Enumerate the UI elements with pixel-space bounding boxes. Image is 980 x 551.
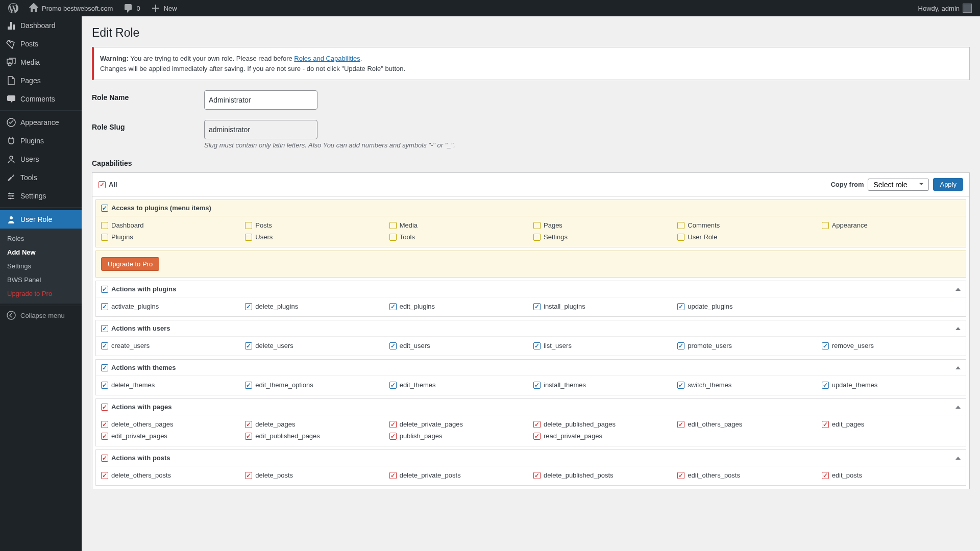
- capability-label: edit_others_pages: [688, 420, 742, 428]
- submenu-item-bws-panel[interactable]: BWS Panel: [0, 273, 82, 287]
- section-actions-with-themes: Actions with themesdelete_themesedit_the…: [95, 359, 966, 395]
- section-checkbox[interactable]: [101, 364, 108, 371]
- role-name-input[interactable]: [204, 90, 317, 110]
- capability-checkbox[interactable]: [533, 342, 541, 349]
- capability-checkbox[interactable]: [533, 472, 541, 479]
- sidebar-item-appearance[interactable]: Appearance: [0, 113, 82, 132]
- capability-checkbox[interactable]: [533, 433, 541, 440]
- new-link[interactable]: New: [146, 0, 181, 16]
- capability-checkbox[interactable]: [245, 433, 252, 440]
- capability-checkbox[interactable]: [533, 421, 541, 428]
- capability-checkbox[interactable]: [677, 234, 684, 241]
- section-checkbox[interactable]: [101, 286, 108, 293]
- upgrade-button[interactable]: Upgrade to Pro: [101, 257, 159, 271]
- capability-checkbox[interactable]: [389, 342, 397, 349]
- capability-checkbox[interactable]: [677, 382, 684, 389]
- capability-checkbox[interactable]: [533, 222, 541, 229]
- capability-item: Media: [389, 220, 528, 230]
- capability-checkbox[interactable]: [822, 472, 829, 479]
- capability-checkbox[interactable]: [389, 421, 397, 428]
- section-head[interactable]: Actions with themes: [96, 360, 966, 376]
- collapse-icon[interactable]: [955, 406, 961, 409]
- capability-checkbox[interactable]: [389, 222, 397, 229]
- submenu-item-settings[interactable]: Settings: [0, 259, 82, 273]
- comment-icon: [123, 3, 133, 13]
- capability-checkbox[interactable]: [101, 234, 108, 241]
- capability-checkbox[interactable]: [245, 303, 252, 310]
- capability-checkbox[interactable]: [822, 222, 829, 229]
- sidebar-item-users[interactable]: Users: [0, 150, 82, 168]
- sidebar-item-comments[interactable]: Comments: [0, 90, 82, 108]
- submenu-item-upgrade-to-pro[interactable]: Upgrade to Pro: [0, 287, 82, 300]
- capability-checkbox[interactable]: [389, 303, 397, 310]
- capability-checkbox[interactable]: [677, 222, 684, 229]
- section-head[interactable]: Actions with pages: [96, 399, 966, 415]
- section-checkbox[interactable]: [101, 404, 108, 411]
- role-name-label: Role Name: [92, 90, 204, 110]
- capability-checkbox[interactable]: [389, 472, 397, 479]
- capability-checkbox[interactable]: [822, 382, 829, 389]
- sidebar-item-posts[interactable]: Posts: [0, 35, 82, 53]
- wp-logo[interactable]: [4, 0, 22, 16]
- sidebar-item-settings[interactable]: Settings: [0, 187, 82, 205]
- sidebar-item-pages[interactable]: Pages: [0, 71, 82, 90]
- site-link[interactable]: Promo bestwebsoft.com: [24, 0, 117, 16]
- capability-checkbox[interactable]: [245, 222, 252, 229]
- capability-checkbox[interactable]: [533, 234, 541, 241]
- submenu-item-roles[interactable]: Roles: [0, 232, 82, 245]
- collapse-icon[interactable]: [955, 327, 961, 330]
- section-head[interactable]: Actions with users: [96, 320, 966, 337]
- capability-checkbox[interactable]: [389, 382, 397, 389]
- section-checkbox[interactable]: [101, 325, 108, 332]
- capability-checkbox[interactable]: [245, 342, 252, 349]
- capability-checkbox[interactable]: [822, 421, 829, 428]
- all-checkbox[interactable]: [99, 181, 106, 188]
- collapse-menu[interactable]: Collapse menu: [0, 306, 82, 324]
- capability-label: User Role: [688, 233, 717, 241]
- capability-checkbox[interactable]: [101, 222, 108, 229]
- capability-checkbox[interactable]: [822, 342, 829, 349]
- comments-link[interactable]: 0: [119, 0, 144, 16]
- capability-checkbox[interactable]: [101, 303, 108, 310]
- capability-checkbox[interactable]: [245, 234, 252, 241]
- sidebar-item-media[interactable]: Media: [0, 53, 82, 71]
- sidebar-item-plugins[interactable]: Plugins: [0, 132, 82, 150]
- collapse-icon[interactable]: [955, 366, 961, 369]
- capability-checkbox[interactable]: [245, 382, 252, 389]
- capability-checkbox[interactable]: [101, 342, 108, 349]
- capability-checkbox[interactable]: [533, 382, 541, 389]
- capability-checkbox[interactable]: [101, 382, 108, 389]
- capability-checkbox[interactable]: [245, 472, 252, 479]
- capabilities-heading: Capabilities: [92, 159, 970, 167]
- capability-checkbox[interactable]: [677, 472, 684, 479]
- section-checkbox[interactable]: [101, 455, 108, 462]
- settings-icon: [6, 191, 16, 201]
- capability-checkbox[interactable]: [101, 421, 108, 428]
- section-head[interactable]: Access to plugins (menu items): [96, 200, 966, 216]
- sidebar-item-user-role[interactable]: User Role: [0, 210, 82, 229]
- capability-checkbox[interactable]: [677, 342, 684, 349]
- collapse-icon[interactable]: [955, 288, 961, 291]
- copy-from-select[interactable]: Select role: [868, 179, 929, 191]
- sidebar-item-dashboard[interactable]: Dashboard: [0, 16, 82, 35]
- capability-checkbox[interactable]: [389, 433, 397, 440]
- section-head[interactable]: Actions with posts: [96, 450, 966, 466]
- role-slug-input[interactable]: [204, 120, 317, 139]
- collapse-icon[interactable]: [955, 457, 961, 460]
- capability-checkbox[interactable]: [389, 234, 397, 241]
- section-checkbox[interactable]: [101, 205, 108, 212]
- account-link[interactable]: Howdy, admin: [914, 0, 976, 16]
- capability-checkbox[interactable]: [101, 472, 108, 479]
- capability-checkbox[interactable]: [245, 421, 252, 428]
- capability-checkbox[interactable]: [677, 303, 684, 310]
- capability-label: edit_published_pages: [255, 432, 320, 440]
- capability-checkbox[interactable]: [101, 433, 108, 440]
- capability-checkbox[interactable]: [533, 303, 541, 310]
- roles-caps-link[interactable]: Roles and Capabilities: [294, 55, 360, 62]
- sidebar-item-tools[interactable]: Tools: [0, 168, 82, 187]
- section-head[interactable]: Actions with plugins: [96, 281, 966, 297]
- capability-checkbox[interactable]: [677, 421, 684, 428]
- submenu-item-add-new[interactable]: Add New: [0, 245, 82, 259]
- capability-label: edit_posts: [832, 471, 862, 479]
- apply-button[interactable]: Apply: [933, 178, 963, 191]
